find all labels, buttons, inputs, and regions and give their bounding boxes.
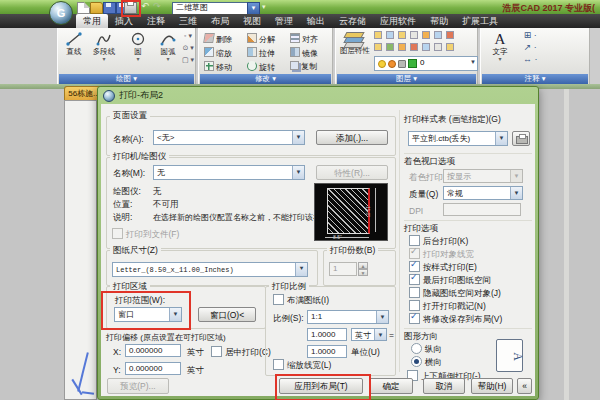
add-pagesetup-button[interactable]: 添加(.)... [316,130,388,145]
save-changes-checkbox[interactable]: 将修改保存到布局(V) [409,313,502,326]
mirror-button[interactable]: 镜像 [290,47,318,59]
landscape-radio[interactable]: 横向 [411,356,442,369]
cancel-button[interactable]: 取消 [423,378,465,394]
arc-button[interactable]: 圆弧▾ [154,31,182,61]
tab-3d[interactable]: 三维 [172,14,204,28]
copies-input[interactable]: 1 [329,262,357,276]
layer-icon[interactable] [422,31,430,39]
dialog-title-bar[interactable]: 打印-布局2 [103,89,163,102]
layer-icon[interactable] [386,43,394,51]
polyline-button[interactable]: 多段线▾ [88,31,120,61]
layer-icon[interactable] [398,43,406,51]
chevron-down-icon[interactable]: ▼ [495,132,507,145]
layer-icon[interactable] [398,31,406,39]
panel-label-layers[interactable]: 图层 ▾ [337,74,476,84]
layer-lock-icon[interactable] [398,60,406,68]
quality-combo[interactable]: 常规▼ [443,186,523,200]
printer-name-combo[interactable]: 无▼ [153,165,305,180]
preview-button[interactable]: 预览(P)... [107,378,169,394]
explode-button[interactable]: 分解 [247,33,275,45]
new-file-icon[interactable] [77,2,90,14]
background-plot-checkbox[interactable]: 后台打印(K) [409,235,468,248]
chevron-down-icon[interactable]: ▼ [510,187,522,199]
collapse-button[interactable]: « [517,378,532,394]
copy-button[interactable]: 复制 [290,61,317,72]
tab-cloud[interactable]: 云存储 [332,14,373,28]
align-button[interactable]: 对齐 [290,33,318,45]
scale-combo[interactable]: 1:1▼ [307,310,389,324]
edit-style-table-button[interactable] [512,131,530,146]
shade-plot-combo[interactable]: 按显示▼ [443,169,523,183]
text-button[interactable]: A 文字▾ [487,31,513,61]
scale-length-input[interactable]: 1.0000 [307,328,347,341]
tab-apps[interactable]: 应用软件 [373,14,423,28]
layer-icon[interactable] [446,43,454,51]
layer-icon[interactable] [434,43,442,51]
copies-spin-down[interactable]: ▼ [358,269,368,276]
tab-express[interactable]: 扩展工具 [455,14,505,28]
layer-icon[interactable] [434,31,442,39]
tab-manage[interactable]: 管理 [268,14,300,28]
qat-customize-icon[interactable]: ▾ [262,3,266,11]
app-logo[interactable]: G [49,1,73,25]
panel-label-draw[interactable]: 绘图 ▾ [59,74,194,84]
layer-icon[interactable] [410,43,418,51]
offset-y-input[interactable]: 0.000000 [125,362,181,375]
layer-icon[interactable] [422,43,430,51]
chevron-down-icon[interactable]: ▼ [292,166,304,179]
tab-home[interactable]: 常用 [76,14,108,28]
layer-icon[interactable] [410,31,418,39]
plot-with-styles-checkbox[interactable]: 按样式打印(E) [409,261,477,274]
tab-help[interactable]: 帮助 [423,14,455,28]
layer-icon[interactable] [446,31,454,39]
tab-view[interactable]: 视图 [236,14,268,28]
layer-on-icon[interactable] [378,60,386,68]
copies-spin-up[interactable]: ▲ [358,262,368,269]
chevron-down-icon[interactable]: ▼ [376,311,388,323]
window-pick-button[interactable]: 窗口(O)< [198,307,256,322]
layer-icon[interactable] [386,31,394,39]
center-plot-checkbox[interactable]: 居中打印(C) [211,346,271,359]
line-button[interactable]: 直线 [60,31,88,57]
stretch-button[interactable]: 拉伸 [247,47,275,59]
paper-size-combo[interactable]: Letter_(8.50_x_11.00_Inches)▼ [112,262,308,277]
erase-button[interactable]: 删除 [204,33,232,45]
scale-unit-combo[interactable]: 英寸▼ [351,328,387,341]
side-palette[interactable] [64,100,97,400]
chevron-down-icon[interactable]: ▼ [374,329,386,340]
layer-icon[interactable] [374,43,382,51]
fit-to-paper-checkbox[interactable]: 布满图纸(I) [273,294,329,307]
dpi-input[interactable] [443,203,521,216]
panel-label-annotate[interactable]: 注释 ▾ [482,74,588,84]
open-file-icon[interactable] [90,2,103,14]
tab-annotate[interactable]: 注释 [140,14,172,28]
printer-properties-button[interactable]: 特性(R)... [316,165,388,180]
layer-icon[interactable] [374,31,382,39]
scale-button[interactable]: 缩放 [204,47,232,59]
scale-units-input[interactable]: 1.0000 [307,345,347,358]
redo-icon[interactable]: ↷ [151,1,163,11]
leader-icon[interactable]: ↗ [524,42,532,52]
plot-stamp-checkbox[interactable]: 打开打印戳记(N) [409,300,486,313]
rotate-button[interactable]: 旋转 [247,61,275,73]
style-table-combo[interactable]: 平立剖.ctb(丢失)▼ [408,131,508,146]
save-icon[interactable] [103,2,116,14]
table-icon[interactable]: ⊞ [524,30,532,40]
layer-color-swatch[interactable] [408,59,417,68]
circle-button[interactable]: 圆▾ [124,31,152,61]
scale-lineweight-checkbox[interactable]: 缩放线宽(L) [273,359,331,372]
plot-lineweights-checkbox[interactable]: 打印对象线宽 [409,248,474,261]
paperspace-last-checkbox[interactable]: 最后打印图纸空间 [409,274,491,287]
help-button[interactable]: 帮助(H) [471,378,513,394]
chevron-down-icon[interactable]: ▼ [470,59,476,65]
layer-properties-button[interactable]: 图层特性 [339,31,371,55]
dimension-icon[interactable]: ↔ [523,54,532,64]
layer-select-combo[interactable]: 0 ▼ [374,56,478,71]
chevron-down-icon[interactable]: ▼ [295,263,307,276]
ok-button[interactable]: 确定 [369,378,413,394]
move-button[interactable]: 移动 [204,61,232,73]
tab-layout[interactable]: 布局 [204,14,236,28]
plot-to-file-checkbox[interactable]: 打印到文件(F) [112,228,179,241]
layer-freeze-icon[interactable] [388,60,396,68]
tab-output[interactable]: 输出 [300,14,332,28]
